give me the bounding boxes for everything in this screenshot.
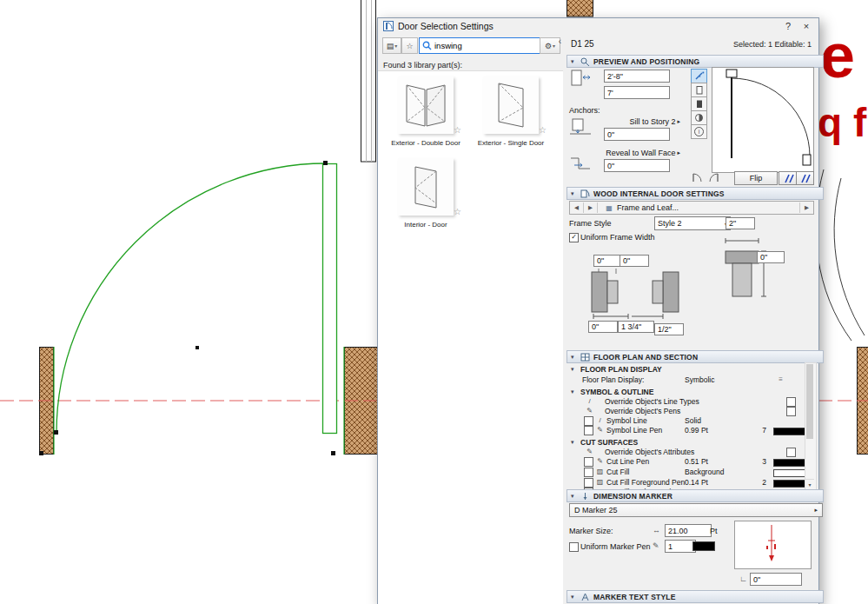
marker-pen-field[interactable]: 1 (665, 540, 696, 553)
door-solid-icon (693, 99, 705, 109)
attr-row-cut-line-pen[interactable]: ✎ Cut Line Pen 0.51 Pt 3 (567, 457, 805, 467)
override-checkbox[interactable] (786, 407, 796, 416)
close-button[interactable]: × (799, 21, 813, 31)
search-results-count: Found 3 library part(s): (383, 61, 462, 70)
search-input[interactable] (434, 41, 540, 50)
search-results-list: ☆ Exterior - Double Door ☆ Exterior - Si… (378, 70, 563, 604)
library-item-exterior-single-door[interactable]: ☆ Exterior - Single Door (470, 76, 552, 156)
preview-mode-3d-button[interactable] (691, 96, 707, 111)
attr-row-override-line-types[interactable]: / Override Object's Line Types (567, 397, 805, 407)
section-dimension-marker[interactable]: ▾ DIMENSION MARKER (567, 489, 824, 502)
uniform-frame-width-checkbox[interactable]: ✓ (569, 233, 579, 242)
flyout-arrow-icon: ▸ (677, 149, 680, 156)
override-checkbox[interactable] (786, 448, 796, 457)
section-floor-plan-and-section[interactable]: ▾ FLOOR PLAN AND SECTION (567, 350, 824, 363)
preview-mode-shading-button[interactable] (691, 110, 707, 125)
library-item-interior-door[interactable]: ☆ Interior - Door (385, 158, 467, 238)
wall-stub-top-right[interactable] (567, 0, 593, 17)
preview-mode-wand-button[interactable] (691, 69, 707, 83)
flyout-arrow-icon: ▸ (677, 118, 680, 125)
row-checkbox[interactable] (584, 468, 593, 477)
tree-scrollbar[interactable]: ▾ (805, 362, 817, 491)
door-leaf[interactable] (323, 164, 337, 434)
section-marker-text-style[interactable]: ▾ MARKER TEXT STYLE (567, 590, 824, 603)
library-item-exterior-double-door[interactable]: ☆ Exterior - Double Door (385, 76, 467, 156)
floorplan-section-icon (580, 353, 590, 362)
frame-style-select[interactable]: Style 2 ▾ (654, 216, 731, 230)
pen-color-swatch[interactable] (773, 459, 805, 467)
frame-width-field[interactable]: 2" (726, 217, 755, 229)
anchors-label: Anchors: (569, 106, 600, 115)
search-mode-button[interactable]: ▤ ▾ (382, 37, 401, 54)
favorite-star-icon[interactable]: ☆ (539, 125, 547, 135)
door-plan-preview (712, 68, 812, 170)
pen-color-swatch[interactable] (773, 428, 805, 435)
attr-row-symbol-line[interactable]: / Symbol Line Solid (567, 416, 805, 426)
attr-row-cut-fill[interactable]: ▨ Cut Fill Background (567, 468, 805, 477)
uniform-marker-pen-checkbox[interactable] (569, 542, 579, 552)
gear-icon: ⚙ (545, 42, 552, 50)
tab-frame-and-leaf[interactable]: Frame and Leaf... (615, 203, 799, 212)
row-checkbox[interactable] (584, 457, 593, 467)
reveal-depth-field[interactable]: 0" (604, 159, 670, 172)
door-height-field[interactable]: 7' (604, 86, 670, 99)
wood-door-section-icon (580, 189, 590, 198)
row-checkbox[interactable] (584, 478, 593, 488)
group-symbol-and-outline[interactable]: ▾ SYMBOL & OUTLINE (571, 387, 653, 396)
pen-icon: ✎ (584, 407, 595, 415)
reveal-anchor-selector[interactable]: Reveal to Wall Face ▸ (576, 149, 680, 157)
help-button[interactable]: ? (781, 21, 795, 31)
preview-mode-elevation-button[interactable] (691, 83, 707, 97)
frame-dim-field-1[interactable]: 0" (593, 255, 623, 267)
frame-dim-field-3[interactable]: 0" (588, 321, 618, 333)
door-swing-arc[interactable] (56, 163, 326, 433)
marker-style-select[interactable]: D Marker 25 ▸ (569, 503, 823, 517)
row-checkbox[interactable] (584, 416, 593, 426)
marker-size-field[interactable]: 21.00 (665, 524, 712, 537)
door-preview-box[interactable] (712, 67, 814, 173)
sill-anchor-selector[interactable]: Sill to Story 2 ▸ (593, 117, 680, 126)
attr-row-cut-fill-foreground-pen[interactable]: ▨ Cut Fill Foreground Pen 0.14 Pt 2 (567, 478, 805, 488)
pen-color-swatch[interactable] (773, 480, 805, 488)
wood-settings-tabbar: ◀ ▶ ▦ Frame and Leaf... ▶ (569, 201, 814, 215)
tab-next-button[interactable]: ▶ (584, 202, 598, 213)
section-wood-internal-door-settings[interactable]: ▾ WOOD INTERNAL DOOR SETTINGS (567, 187, 824, 200)
attr-row-override-pens[interactable]: ✎ Override Object's Pens (567, 407, 805, 416)
preview-info-button[interactable]: i (691, 124, 707, 139)
favorites-filter-button[interactable]: ☆ (401, 37, 418, 54)
dialog-titlebar[interactable]: Door Selection Settings ? × (378, 18, 818, 35)
tab-flyout-button[interactable]: ▶ (799, 202, 813, 213)
row-checkbox[interactable] (584, 426, 593, 435)
attr-row-symbol-line-pen[interactable]: ✎ Symbol Line Pen 0.99 Pt 7 (567, 426, 805, 435)
frame-head-dim-field[interactable]: 0" (757, 251, 785, 263)
section-preview-and-positioning[interactable]: ▾ PREVIEW AND POSITIONING (567, 55, 824, 68)
flip-button[interactable]: Flip (734, 171, 778, 185)
text-style-section-icon (580, 593, 590, 601)
group-floor-plan-display[interactable]: ▾ FLOOR PLAN DISPLAY (571, 364, 662, 374)
selection-handles[interactable] (39, 161, 335, 455)
frame-dim-field-4[interactable]: 1/2" (654, 323, 684, 335)
collapse-triangle-icon: ▾ (571, 366, 577, 373)
favorite-star-icon[interactable]: ☆ (454, 125, 461, 135)
display-option-icon: ≡ (775, 375, 786, 383)
favorite-star-icon[interactable]: ☆ (454, 207, 461, 216)
leaf-thickness-field[interactable]: 1 3/4" (618, 321, 654, 333)
override-checkbox[interactable] (786, 397, 796, 407)
floor-plan-display-row[interactable]: Floor Plan Display: Symbolic ≡ (567, 375, 805, 385)
fill-swatch[interactable] (773, 469, 805, 477)
line-type-icon: / (584, 397, 595, 405)
frame-dim-field-2[interactable]: 0" (620, 255, 649, 267)
door-width-field[interactable]: 2'-8" (604, 70, 670, 83)
marker-offset-field[interactable]: 0" (750, 573, 802, 586)
marker-pen-swatch[interactable] (692, 541, 715, 551)
leaf-pen-toggle-button[interactable] (796, 171, 814, 185)
marker-section-icon (580, 492, 590, 501)
collapse-search-panel-button[interactable]: ‹ (556, 37, 564, 48)
group-cut-surfaces[interactable]: ▾ CUT SURFACES (571, 437, 638, 447)
wall-top[interactable] (361, 0, 376, 162)
sill-height-field[interactable]: 0" (604, 128, 670, 141)
frame-pen-toggle-button[interactable] (779, 171, 797, 185)
tab-prev-button[interactable]: ◀ (570, 202, 584, 213)
attr-row-override-attributes[interactable]: ✎ Override Object's Attributes (567, 448, 805, 457)
scrollbar-thumb[interactable] (806, 364, 813, 439)
